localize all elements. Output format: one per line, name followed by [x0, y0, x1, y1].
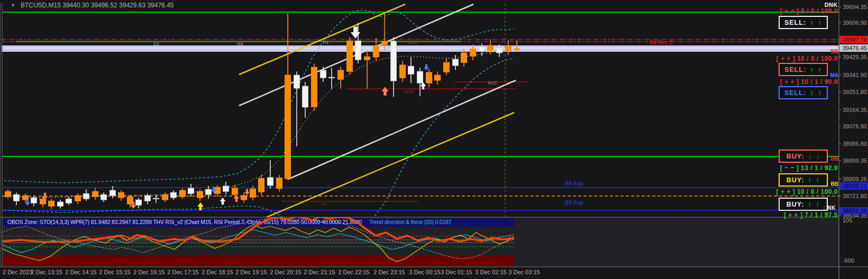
candle-body [101, 194, 107, 200]
price-tick-label: 38986.80 [843, 141, 867, 147]
arrow-up-icon: ↑ [818, 66, 822, 73]
signal-box-label: BUY: [787, 201, 805, 208]
candle-body [14, 194, 20, 201]
candle-body [250, 189, 256, 197]
candle-body [232, 188, 238, 194]
arrow-up-icon: ↑ [816, 176, 820, 184]
candle-body [355, 41, 361, 60]
level-price-label: 38768.21 [843, 183, 867, 189]
signal-stats-text: [ + + ] 10 / 0 / 100.0 [776, 188, 838, 196]
panel-oversold-band [2, 255, 514, 266]
signal-box-label: SELL: [784, 19, 806, 26]
sell-signal-box: SELL:↑↑ [779, 63, 828, 76]
candle-body [417, 71, 423, 83]
candle-body [268, 178, 273, 185]
signal-stats-text: [ + + ] 6 / 0 / 100.0 [780, 7, 838, 15]
candle-body [426, 72, 432, 83]
candle-body [444, 62, 450, 72]
price-tick-label: 39341.90 [843, 72, 867, 78]
arrow-up-icon: ↑ [810, 19, 814, 26]
pivot-label: H4 [237, 41, 243, 46]
time-tick-label: 2 Dec 21:15 [304, 269, 335, 275]
b4-level-label: B4 Sup [565, 181, 583, 187]
signal-stats-text: [ + + ] 10 / 0 / 100.0 [776, 55, 838, 62]
arrow-up-icon: ↑ [818, 89, 822, 97]
candle-body [382, 41, 388, 45]
pivot-label: D1 [153, 41, 160, 46]
candle-body [364, 57, 370, 60]
candle-body [31, 198, 37, 203]
candle-body [136, 200, 142, 205]
candle-body [453, 59, 459, 66]
time-tick-label: 2 Dec 18:15 [202, 269, 233, 275]
price-tick-label: 39606.90 [843, 20, 867, 26]
candle-body [277, 178, 282, 189]
time-tick-label: 2 Dec 14:15 [65, 269, 96, 275]
candle-body [408, 66, 414, 74]
candle-body [312, 67, 317, 107]
candle-body [514, 49, 520, 50]
candle-body [58, 202, 63, 206]
candle-body [84, 193, 89, 199]
buy-signal-box: BUY:↓↓ [779, 150, 828, 163]
candle-body [303, 86, 308, 107]
candle-body [110, 190, 116, 196]
candle-body [294, 75, 300, 88]
price-tick-label: 38899.35 [843, 157, 867, 164]
candle-body [5, 191, 11, 197]
buy-signal-box: BUY:↑↑ [779, 198, 828, 211]
pivot-label: M15 [488, 80, 497, 86]
candle-body [285, 75, 291, 179]
symbol-dropdown-icon[interactable]: ▼ [11, 3, 15, 8]
chart-canvas[interactable]: D1H4H1M30M30M15H1B4 Res CB4 SupB4 SupOBO… [0, 0, 868, 279]
candle-body [400, 65, 406, 78]
indicator-tag-label: BB [831, 181, 838, 187]
candle-body [506, 46, 511, 51]
price-tick-label: 39076.90 [843, 123, 867, 129]
pivot-label: M30 [408, 40, 418, 45]
bid-price-label: 39507.78 [843, 36, 867, 43]
b4-level-label: B4 Sup [565, 200, 583, 206]
candle-body [497, 48, 502, 53]
price-tick-label: 38809.25 [843, 176, 867, 182]
candle-body [347, 41, 353, 71]
time-tick-label: 2 Dec 17:15 [167, 269, 198, 275]
signal-box-label: SELL: [784, 66, 806, 73]
mt4-chart-window: D1H4H1M30M30M15H1B4 Res CB4 SupB4 SupOBO… [0, 0, 868, 279]
price-tick-label: 38721.80 [843, 193, 867, 199]
candle-body [241, 196, 247, 200]
indicator-tag-label: BB [831, 49, 838, 54]
time-axis[interactable]: 2 Dec 20232 Dec 13:152 Dec 14:152 Dec 15… [3, 269, 540, 275]
price-tick-label: 39251.80 [843, 89, 867, 95]
indicator-panel: OBOS Zone: STO(14,3,3) WPR(7) 81.9482 83… [2, 217, 839, 267]
time-tick-label: 3 Dec 01:15 [441, 269, 472, 275]
signal-box-label: BUY: [787, 153, 805, 160]
indicator-caption: OBOS Zone: STO(14,3,3) WPR(7) 81.9482 83… [7, 219, 452, 225]
candle-body [162, 194, 168, 200]
candle-body [479, 46, 485, 51]
time-tick-label: 2 Dec 23:15 [373, 269, 405, 275]
time-tick-label: 2 Dec 19:15 [235, 269, 267, 275]
candle-body [329, 77, 335, 78]
signal-stats-text: [ + + ] 10 / 1 / 90.9 [780, 78, 838, 86]
price-tick-label: 39694.35 [843, 4, 867, 10]
panel-scale-label: 105 [843, 217, 852, 224]
arrow-up-icon: ↑ [818, 19, 822, 26]
candle-body [118, 192, 124, 198]
candle-body [23, 196, 29, 200]
candle-body [338, 70, 344, 79]
chart-title: BTCUSD,M15 39440.30 39496.52 39429.63 39… [21, 2, 174, 9]
price-tick-label: 39429.35 [843, 54, 867, 60]
pivot-label: H1 [323, 40, 329, 45]
indicator-tag-label: BB [831, 156, 838, 162]
arrow-up-icon: ↑ [810, 89, 814, 97]
sell-signal-box: SELL:↑↑ [779, 86, 828, 99]
last-price-label: 39476.45 [843, 45, 867, 51]
chart-title-bar: ▼ BTCUSD,M15 39440.30 39496.52 39429.63 … [11, 1, 173, 10]
level-price-label: 38655.38 [843, 208, 867, 214]
pivot-label: M30 [404, 89, 414, 94]
b4-level-label: B4 Res C [650, 40, 673, 45]
time-tick-label: 2 Dec 15:15 [99, 269, 130, 275]
candle-body [93, 191, 98, 197]
candle-body [259, 178, 264, 192]
